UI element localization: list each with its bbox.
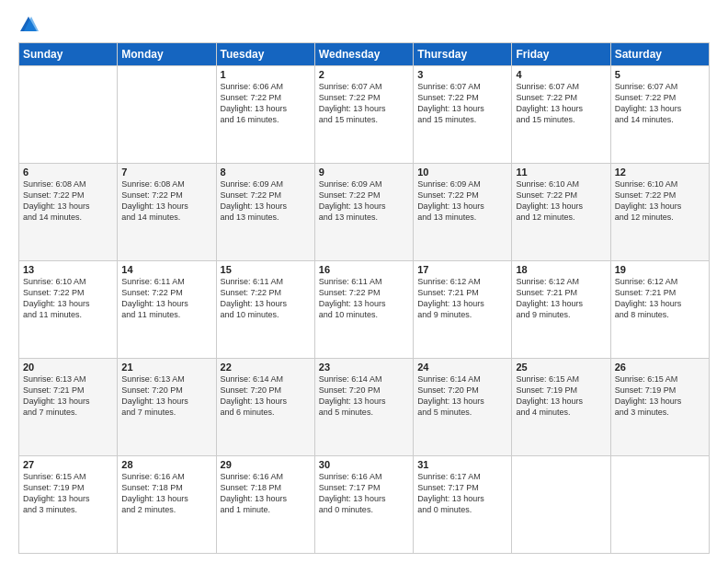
day-number: 1 [221, 69, 311, 80]
day-cell: 26Sunrise: 6:15 AM Sunset: 7:19 PM Dayli… [610, 359, 709, 456]
day-cell: 8Sunrise: 6:09 AM Sunset: 7:22 PM Daylig… [216, 164, 314, 261]
day-info: Sunrise: 6:13 AM Sunset: 7:21 PM Dayligh… [23, 373, 113, 419]
logo-icon [18, 15, 39, 35]
day-cell [512, 456, 610, 554]
day-number: 20 [23, 362, 113, 373]
day-info: Sunrise: 6:16 AM Sunset: 7:18 PM Dayligh… [221, 471, 311, 516]
day-cell: 16Sunrise: 6:11 AM Sunset: 7:22 PM Dayli… [314, 261, 413, 359]
day-cell: 4Sunrise: 6:07 AM Sunset: 7:22 PM Daylig… [512, 66, 610, 164]
day-number: 3 [417, 69, 507, 80]
day-info: Sunrise: 6:07 AM Sunset: 7:22 PM Dayligh… [417, 81, 507, 126]
day-info: Sunrise: 6:07 AM Sunset: 7:22 PM Dayligh… [615, 81, 705, 126]
day-info: Sunrise: 6:16 AM Sunset: 7:18 PM Dayligh… [121, 471, 211, 516]
day-number: 7 [121, 167, 211, 178]
weekday-header-thursday: Thursday [414, 43, 512, 66]
day-cell [19, 66, 118, 164]
day-number: 25 [516, 362, 606, 373]
weekday-header-monday: Monday [118, 43, 216, 66]
day-number: 15 [221, 264, 311, 275]
day-info: Sunrise: 6:10 AM Sunset: 7:22 PM Dayligh… [615, 178, 705, 224]
day-number: 27 [23, 459, 113, 470]
day-cell: 9Sunrise: 6:09 AM Sunset: 7:22 PM Daylig… [314, 164, 413, 261]
week-row-5: 27Sunrise: 6:15 AM Sunset: 7:19 PM Dayli… [19, 456, 710, 554]
day-cell [610, 456, 709, 554]
day-cell: 7Sunrise: 6:08 AM Sunset: 7:22 PM Daylig… [118, 164, 216, 261]
day-cell: 12Sunrise: 6:10 AM Sunset: 7:22 PM Dayli… [610, 164, 709, 261]
day-info: Sunrise: 6:11 AM Sunset: 7:22 PM Dayligh… [221, 276, 311, 321]
day-info: Sunrise: 6:11 AM Sunset: 7:22 PM Dayligh… [319, 276, 409, 321]
day-number: 23 [319, 362, 409, 373]
day-info: Sunrise: 6:10 AM Sunset: 7:22 PM Dayligh… [23, 276, 113, 321]
day-cell: 2Sunrise: 6:07 AM Sunset: 7:22 PM Daylig… [314, 66, 413, 164]
week-row-2: 6Sunrise: 6:08 AM Sunset: 7:22 PM Daylig… [19, 164, 710, 261]
day-number: 4 [516, 69, 606, 80]
day-cell: 24Sunrise: 6:14 AM Sunset: 7:20 PM Dayli… [414, 359, 512, 456]
day-info: Sunrise: 6:14 AM Sunset: 7:20 PM Dayligh… [417, 373, 507, 419]
day-info: Sunrise: 6:10 AM Sunset: 7:22 PM Dayligh… [516, 178, 606, 224]
day-info: Sunrise: 6:09 AM Sunset: 7:22 PM Dayligh… [221, 178, 311, 224]
day-cell: 23Sunrise: 6:14 AM Sunset: 7:20 PM Dayli… [314, 359, 413, 456]
day-cell: 10Sunrise: 6:09 AM Sunset: 7:22 PM Dayli… [414, 164, 512, 261]
day-number: 14 [121, 264, 211, 275]
day-number: 21 [121, 362, 211, 373]
day-info: Sunrise: 6:12 AM Sunset: 7:21 PM Dayligh… [417, 276, 507, 321]
day-cell: 17Sunrise: 6:12 AM Sunset: 7:21 PM Dayli… [414, 261, 512, 359]
day-cell: 31Sunrise: 6:17 AM Sunset: 7:17 PM Dayli… [414, 456, 512, 554]
day-cell: 22Sunrise: 6:14 AM Sunset: 7:20 PM Dayli… [216, 359, 314, 456]
weekday-header-row: SundayMondayTuesdayWednesdayThursdayFrid… [19, 43, 710, 66]
day-info: Sunrise: 6:08 AM Sunset: 7:22 PM Dayligh… [121, 178, 211, 224]
day-info: Sunrise: 6:14 AM Sunset: 7:20 PM Dayligh… [319, 373, 409, 419]
day-cell: 6Sunrise: 6:08 AM Sunset: 7:22 PM Daylig… [19, 164, 118, 261]
day-number: 12 [615, 167, 705, 178]
day-number: 9 [319, 167, 409, 178]
day-info: Sunrise: 6:17 AM Sunset: 7:17 PM Dayligh… [417, 471, 507, 516]
day-cell: 20Sunrise: 6:13 AM Sunset: 7:21 PM Dayli… [19, 359, 118, 456]
day-cell: 14Sunrise: 6:11 AM Sunset: 7:22 PM Dayli… [118, 261, 216, 359]
day-cell: 19Sunrise: 6:12 AM Sunset: 7:21 PM Dayli… [610, 261, 709, 359]
day-cell: 11Sunrise: 6:10 AM Sunset: 7:22 PM Dayli… [512, 164, 610, 261]
week-row-4: 20Sunrise: 6:13 AM Sunset: 7:21 PM Dayli… [19, 359, 710, 456]
day-cell: 27Sunrise: 6:15 AM Sunset: 7:19 PM Dayli… [19, 456, 118, 554]
day-cell: 1Sunrise: 6:06 AM Sunset: 7:22 PM Daylig… [216, 66, 314, 164]
day-number: 11 [516, 167, 606, 178]
day-info: Sunrise: 6:15 AM Sunset: 7:19 PM Dayligh… [23, 471, 113, 516]
day-info: Sunrise: 6:09 AM Sunset: 7:22 PM Dayligh… [319, 178, 409, 224]
day-info: Sunrise: 6:15 AM Sunset: 7:19 PM Dayligh… [516, 373, 606, 419]
day-info: Sunrise: 6:06 AM Sunset: 7:22 PM Dayligh… [221, 81, 311, 126]
day-info: Sunrise: 6:11 AM Sunset: 7:22 PM Dayligh… [121, 276, 211, 321]
day-cell: 3Sunrise: 6:07 AM Sunset: 7:22 PM Daylig… [414, 66, 512, 164]
day-info: Sunrise: 6:15 AM Sunset: 7:19 PM Dayligh… [615, 373, 705, 419]
day-cell: 18Sunrise: 6:12 AM Sunset: 7:21 PM Dayli… [512, 261, 610, 359]
day-cell: 13Sunrise: 6:10 AM Sunset: 7:22 PM Dayli… [19, 261, 118, 359]
day-cell: 25Sunrise: 6:15 AM Sunset: 7:19 PM Dayli… [512, 359, 610, 456]
weekday-header-saturday: Saturday [610, 43, 709, 66]
weekday-header-tuesday: Tuesday [216, 43, 314, 66]
day-number: 18 [516, 264, 606, 275]
page: SundayMondayTuesdayWednesdayThursdayFrid… [0, 0, 728, 563]
day-number: 28 [121, 459, 211, 470]
day-cell: 29Sunrise: 6:16 AM Sunset: 7:18 PM Dayli… [216, 456, 314, 554]
day-info: Sunrise: 6:07 AM Sunset: 7:22 PM Dayligh… [516, 81, 606, 126]
day-number: 13 [23, 264, 113, 275]
day-info: Sunrise: 6:09 AM Sunset: 7:22 PM Dayligh… [417, 178, 507, 224]
day-info: Sunrise: 6:14 AM Sunset: 7:20 PM Dayligh… [221, 373, 311, 419]
week-row-1: 1Sunrise: 6:06 AM Sunset: 7:22 PM Daylig… [19, 66, 710, 164]
weekday-header-sunday: Sunday [19, 43, 118, 66]
day-number: 10 [417, 167, 507, 178]
calendar: SundayMondayTuesdayWednesdayThursdayFrid… [18, 42, 710, 554]
day-number: 29 [221, 459, 311, 470]
day-number: 17 [417, 264, 507, 275]
week-row-3: 13Sunrise: 6:10 AM Sunset: 7:22 PM Dayli… [19, 261, 710, 359]
day-info: Sunrise: 6:07 AM Sunset: 7:22 PM Dayligh… [319, 81, 409, 126]
day-cell: 30Sunrise: 6:16 AM Sunset: 7:17 PM Dayli… [314, 456, 413, 554]
weekday-header-wednesday: Wednesday [314, 43, 413, 66]
day-number: 8 [221, 167, 311, 178]
day-number: 30 [319, 459, 409, 470]
day-cell: 28Sunrise: 6:16 AM Sunset: 7:18 PM Dayli… [118, 456, 216, 554]
day-info: Sunrise: 6:12 AM Sunset: 7:21 PM Dayligh… [615, 276, 705, 321]
day-number: 6 [23, 167, 113, 178]
header [18, 15, 710, 35]
day-number: 26 [615, 362, 705, 373]
day-cell: 5Sunrise: 6:07 AM Sunset: 7:22 PM Daylig… [610, 66, 709, 164]
weekday-header-friday: Friday [512, 43, 610, 66]
